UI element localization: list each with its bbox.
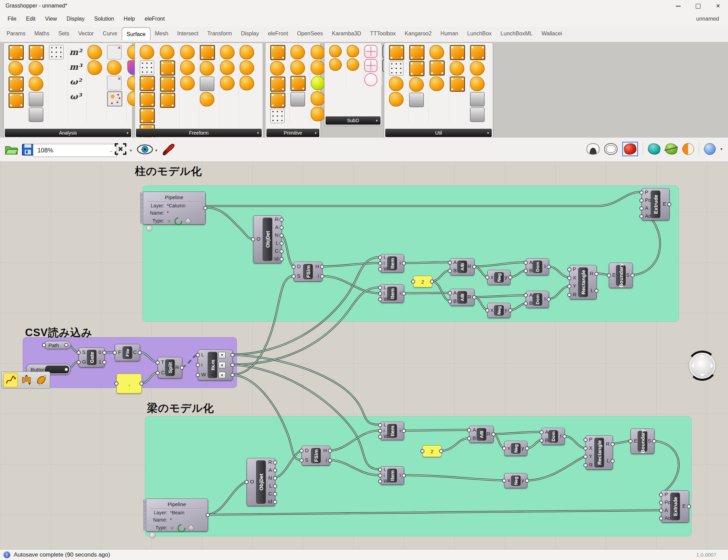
output-port-R[interactable] bbox=[273, 460, 277, 465]
input-port-W[interactable] bbox=[378, 297, 382, 301]
input-port[interactable] bbox=[114, 381, 118, 386]
tab-kangaroo2[interactable]: Kangaroo2 bbox=[400, 27, 436, 39]
retrim-icon[interactable] bbox=[430, 60, 445, 76]
surface-4pt-icon[interactable] bbox=[140, 45, 154, 59]
sketch-tool-icon[interactable] bbox=[3, 373, 18, 387]
preview-off-icon[interactable] bbox=[664, 142, 679, 156]
output-port-C[interactable] bbox=[138, 351, 142, 355]
sphere-icon[interactable] bbox=[311, 45, 325, 59]
volume-icon[interactable]: m³ bbox=[69, 60, 82, 73]
offset-surface-icon[interactable] bbox=[389, 92, 403, 106]
output-port-0[interactable] bbox=[102, 351, 106, 355]
rectangle-beam-node[interactable]: RectanglePXYRRL bbox=[585, 435, 613, 470]
chevron-down-icon[interactable]: ▾ bbox=[130, 148, 132, 153]
neg-column-a-node[interactable]: Negxy bbox=[487, 270, 511, 285]
output-port-A[interactable] bbox=[273, 468, 277, 472]
ab-beam-node[interactable]: A/BABR bbox=[469, 426, 494, 443]
funnel-icon[interactable] bbox=[88, 60, 102, 75]
g-column[interactable] bbox=[143, 185, 679, 322]
brep-topology-icon[interactable] bbox=[470, 92, 485, 106]
input-port-B[interactable] bbox=[448, 269, 452, 273]
panel-label-analysis[interactable]: Analysis▾ bbox=[5, 129, 131, 137]
mesh-type-icon[interactable] bbox=[146, 225, 152, 231]
subd-edges-icon[interactable] bbox=[364, 45, 377, 58]
tab-maths[interactable]: Maths bbox=[30, 27, 54, 39]
path-capsule-node[interactable]: Path bbox=[44, 341, 71, 349]
sum-surface-icon[interactable] bbox=[200, 92, 214, 106]
fillet-edge-icon[interactable] bbox=[450, 61, 464, 76]
input-port-W[interactable] bbox=[378, 479, 382, 483]
panel-label-primitive[interactable]: Primitive▾ bbox=[266, 129, 319, 137]
extrude-beam-node[interactable]: ExtrudePPoAAoE bbox=[661, 490, 689, 523]
output-port-I[interactable] bbox=[547, 265, 551, 269]
rectangle-column-node[interactable]: RectanglePXYRRL bbox=[569, 265, 597, 299]
ruled-surface-icon[interactable] bbox=[140, 108, 155, 123]
output-port-L[interactable] bbox=[594, 289, 599, 293]
output-port-L[interactable] bbox=[273, 484, 277, 488]
preview-toggle-icon[interactable] bbox=[137, 144, 153, 155]
input-port-Ao[interactable] bbox=[639, 214, 644, 218]
extrude-point-icon[interactable] bbox=[220, 45, 235, 59]
isotrim-icon[interactable] bbox=[430, 45, 444, 59]
tab-curve[interactable]: Curve bbox=[98, 27, 122, 39]
dom-column-a-node[interactable]: DomABI bbox=[526, 258, 549, 275]
boundary-column-node[interactable]: BoundaryES bbox=[609, 263, 633, 288]
sweep1-icon[interactable] bbox=[200, 45, 215, 60]
input-port-E[interactable] bbox=[628, 439, 633, 443]
input-port-X[interactable] bbox=[567, 276, 571, 280]
render-sphere-icon[interactable] bbox=[704, 143, 716, 155]
subd-from-mesh-icon[interactable] bbox=[329, 45, 342, 57]
tab-mesh[interactable]: Mesh bbox=[150, 27, 173, 39]
tab-vector[interactable]: Vector bbox=[74, 27, 98, 39]
draft-shaded-icon[interactable] bbox=[587, 143, 600, 155]
input-port-A[interactable] bbox=[448, 291, 452, 295]
input-port-P[interactable] bbox=[659, 493, 663, 497]
input-port-D[interactable] bbox=[299, 449, 304, 453]
input-port-S[interactable] bbox=[292, 274, 296, 278]
point-in-trim-icon[interactable] bbox=[107, 45, 122, 59]
ribbon-icon[interactable] bbox=[240, 76, 254, 90]
extrude-column-node[interactable]: ExtrudePPoAAoE bbox=[641, 188, 670, 220]
box-rectangle-icon[interactable] bbox=[270, 93, 285, 108]
output-port-R[interactable] bbox=[491, 432, 496, 436]
copy-trim-icon[interactable] bbox=[409, 93, 424, 107]
input-port-R[interactable] bbox=[567, 293, 571, 297]
output-port-y[interactable] bbox=[525, 479, 529, 483]
brep-join-icon[interactable] bbox=[389, 45, 404, 60]
output-port-E[interactable] bbox=[667, 202, 671, 206]
subd-vertices-icon[interactable] bbox=[364, 73, 377, 86]
number-panel-beam-node[interactable]: 2 bbox=[422, 445, 442, 457]
boundary-surface-icon[interactable] bbox=[160, 45, 174, 59]
menu-display[interactable]: Display bbox=[62, 12, 89, 25]
curvature-sq-icon[interactable]: ω² bbox=[69, 75, 82, 88]
curve-on-surface-icon[interactable] bbox=[240, 60, 254, 75]
chevron-down-icon[interactable]: ▾ bbox=[720, 147, 723, 151]
input-port-A[interactable] bbox=[524, 293, 528, 297]
input-port-Ao[interactable] bbox=[659, 516, 663, 521]
tab-surface[interactable]: Surface bbox=[122, 27, 150, 40]
input-port-i[interactable] bbox=[378, 261, 382, 265]
merge-faces-icon[interactable] bbox=[409, 45, 424, 60]
comma-panel-node[interactable]: , bbox=[116, 374, 142, 393]
plane-grid-icon[interactable] bbox=[270, 109, 285, 123]
input-port-A[interactable] bbox=[467, 428, 471, 432]
input-port-L[interactable] bbox=[196, 353, 200, 357]
boundary-beam-node[interactable]: BoundaryES bbox=[630, 428, 655, 454]
bounding-box-icon[interactable] bbox=[291, 45, 305, 59]
tab-lunchbox[interactable]: LunchBox bbox=[463, 27, 496, 39]
sphere-section-icon[interactable] bbox=[29, 77, 43, 91]
input-port-B[interactable] bbox=[524, 269, 528, 273]
input-port-x[interactable] bbox=[502, 446, 506, 450]
clear-type-icon[interactable]: ✕ bbox=[170, 525, 174, 532]
input-port-Y[interactable] bbox=[567, 284, 571, 288]
sketch-pen-icon[interactable] bbox=[161, 142, 176, 157]
gate-node[interactable]: GateSG01 bbox=[79, 347, 105, 367]
pipeline-beam-node[interactable]: PipelineLayer:*BeamName:*Type:✕ bbox=[146, 499, 208, 532]
menu-view[interactable]: View bbox=[40, 12, 61, 25]
shaded-red-icon[interactable] bbox=[623, 142, 637, 156]
input-port-X[interactable] bbox=[583, 446, 588, 450]
chevron-down-icon[interactable]: ▾ bbox=[155, 148, 157, 153]
tab-human[interactable]: Human bbox=[436, 27, 463, 39]
input-port-x[interactable] bbox=[485, 275, 489, 279]
input-port-E[interactable] bbox=[607, 273, 611, 277]
